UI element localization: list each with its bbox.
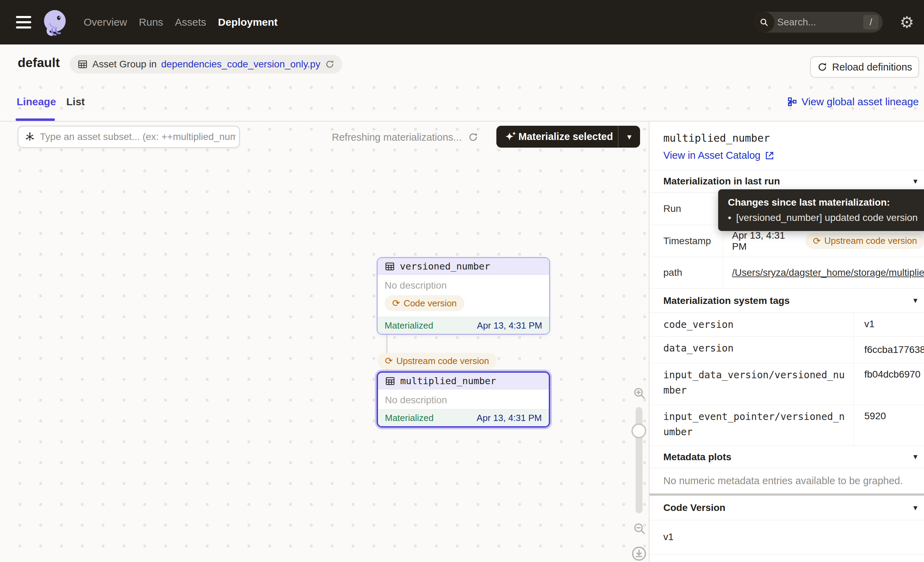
run-label: Run (650, 193, 723, 225)
changes-tooltip: Changes since last materialization: • [v… (718, 189, 924, 231)
tab-lineage[interactable]: Lineage (16, 96, 56, 108)
refresh-icon[interactable] (325, 59, 334, 69)
materialized-timestamp[interactable]: Apr 13, 4:31 PM (477, 320, 542, 331)
reload-icon (817, 62, 828, 72)
materialize-main[interactable]: ✦ Materialize selected (496, 131, 618, 143)
section-label: Materialization in last run (663, 176, 780, 187)
tag-value: fb04dcb6970 (854, 363, 924, 380)
refreshing-label: Refreshing materializations... (332, 132, 462, 143)
timestamp-badge-label: Upstream code version (824, 236, 917, 246)
storage-path-link[interactable]: /Users/sryza/dagster_home/storage/multip… (732, 267, 924, 278)
section-system-tags: Materialization system tags ▼ (650, 289, 924, 313)
bullet: • (728, 212, 731, 223)
menu-icon[interactable] (16, 16, 31, 29)
zoom-in-icon[interactable] (632, 386, 646, 403)
timestamp-value: Apr 13, 4:31 PM (732, 230, 798, 252)
search-shortcut-badge: / (863, 15, 879, 30)
asset-description: No description (378, 275, 549, 295)
tooltip-item-text: [versioned_number] updated code version (736, 212, 918, 223)
asset-description: No description (378, 389, 549, 409)
path-label: path (650, 257, 723, 288)
tag-key: code_version (650, 313, 854, 336)
asset-node-versioned-number[interactable]: versioned_number No description ⟳ Code v… (376, 257, 550, 335)
external-link-icon (765, 151, 774, 161)
upstream-code-version-badge[interactable]: ⟳ Upstream code version (805, 233, 924, 249)
asset-selection-icon (25, 132, 35, 142)
section-metadata-plots: Metadata plots ▼ (650, 446, 924, 468)
materialize-selected-button[interactable]: ✦ Materialize selected ▾ (496, 126, 640, 147)
section-label: Code Version (663, 502, 726, 513)
download-image-icon[interactable] (632, 546, 646, 562)
view-in-asset-catalog-link[interactable]: View in Asset Catalog (663, 150, 774, 161)
reload-definitions-label: Reload definitions (832, 62, 912, 73)
nav-item-deployment[interactable]: Deployment (218, 17, 278, 28)
zoom-slider-handle[interactable] (632, 424, 646, 438)
asset-subset-input[interactable] (40, 131, 236, 143)
tag-value: v1 (854, 313, 924, 330)
asset-name: versioned_number (400, 261, 490, 272)
asset-table-icon (385, 376, 395, 386)
tab-list[interactable]: List (66, 96, 85, 108)
section-code-version: Code Version ▼ (650, 496, 924, 520)
collapse-caret-icon[interactable]: ▼ (912, 504, 919, 512)
tag-row: input_data_version/versioned_number fb04… (650, 363, 924, 405)
view-global-lineage-link[interactable]: View global asset lineage (787, 96, 919, 108)
asset-subset-filter[interactable] (18, 126, 240, 148)
active-tab-underline (16, 119, 55, 121)
tooltip-title: Changes since last materialization: (728, 197, 924, 208)
sync-alert-icon: ⟳ (392, 298, 400, 309)
collapse-caret-icon[interactable]: ▼ (912, 297, 919, 305)
asset-details-panel: multiplied_number View in Asset Catalog … (649, 122, 924, 562)
materialized-status: Materialized (385, 413, 434, 424)
dagster-asset-lineage-page: { "nav": { "items": [ {"label": "Overvie… (0, 0, 924, 562)
section-label: Materialization system tags (663, 295, 790, 307)
timestamp-label: Timestamp (650, 225, 723, 257)
tag-key: data_version (650, 337, 854, 363)
settings-gear-icon[interactable]: ⚙ (900, 12, 914, 32)
tag-row: data_version f6ccba177638 (650, 337, 924, 363)
collapse-caret-icon[interactable]: ▼ (912, 453, 919, 461)
refreshing-status: Refreshing materializations... (332, 131, 478, 144)
code-file-link[interactable]: dependencies_code_version_only.py (161, 59, 320, 70)
nav-item-runs[interactable]: Runs (139, 17, 163, 28)
zoom-out-icon[interactable] (632, 522, 646, 538)
search-input[interactable] (774, 17, 863, 28)
materialized-timestamp[interactable]: Apr 13, 4:31 PM (477, 413, 542, 424)
sparkle-icon: ✦ (506, 132, 513, 142)
panel-header: multiplied_number View in Asset Catalog (650, 122, 924, 170)
zoom-slider-track[interactable] (636, 407, 642, 513)
top-nav: Overview Runs Assets Deployment / ⚙ (0, 0, 924, 45)
node-footer: Materialized Apr 13, 4:31 PM (378, 317, 549, 334)
upstream-code-version-badge[interactable]: ⟳ Upstream code version (377, 353, 497, 369)
view-global-lineage-label: View global asset lineage (801, 96, 919, 108)
sync-alert-icon: ⟳ (813, 236, 821, 246)
tag-value: 5920 (854, 405, 924, 422)
upstream-badge-label: Upstream code version (396, 356, 489, 367)
code-version-badge-label: Code version (404, 298, 457, 309)
tag-key: input_data_version/versioned_number (650, 363, 854, 405)
nav-item-assets[interactable]: Assets (175, 17, 206, 28)
materialized-status: Materialized (385, 320, 433, 331)
nav-item-overview[interactable]: Overview (84, 17, 127, 28)
asset-name: multiplied_number (400, 376, 496, 386)
asset-group-badge: Asset Group in dependencies_code_version… (70, 55, 342, 74)
collapse-caret-icon[interactable]: ▼ (912, 177, 919, 185)
materialize-label: Materialize selected (518, 131, 613, 143)
node-header: versioned_number (378, 258, 549, 275)
search-box[interactable]: / (754, 12, 883, 33)
lineage-graph-icon (787, 97, 797, 107)
sync-alert-icon: ⟳ (385, 355, 393, 367)
node-footer: Materialized Apr 13, 4:31 PM (378, 409, 549, 426)
node-header: multiplied_number (378, 373, 549, 389)
section-config: Config (650, 555, 924, 562)
code-version-badge[interactable]: ⟳ Code version (385, 295, 464, 311)
nav-links: Overview Runs Assets Deployment (84, 0, 278, 45)
dagster-logo-icon[interactable] (41, 8, 69, 36)
materialize-dropdown-caret[interactable]: ▾ (618, 132, 640, 142)
refresh-materializations-icon[interactable] (468, 132, 478, 143)
asset-node-multiplied-number[interactable]: multiplied_number No description Materia… (376, 371, 550, 428)
asset-table-icon (385, 261, 395, 272)
reload-definitions-button[interactable]: Reload definitions (810, 56, 919, 78)
tag-value: f6ccba177638 (854, 337, 924, 355)
metadata-plots-empty: No numeric metadata entries available to… (650, 468, 924, 494)
